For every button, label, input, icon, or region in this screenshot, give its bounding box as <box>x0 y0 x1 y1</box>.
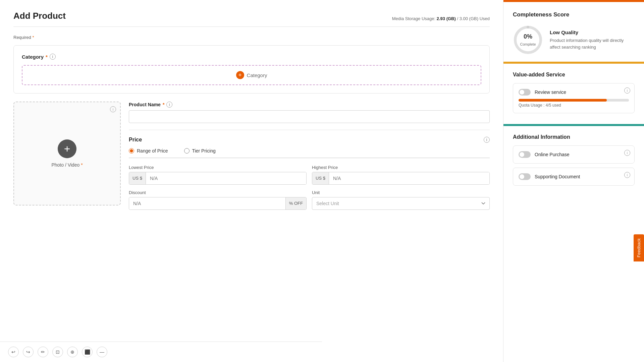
product-name-info-icon[interactable]: i <box>166 102 172 108</box>
range-price-input[interactable] <box>129 148 134 154</box>
online-purchase-toggle[interactable] <box>519 151 531 158</box>
product-detail-section: i + Photo / Video * Product Name * i <box>13 102 490 210</box>
lowest-price-input[interactable] <box>146 172 306 184</box>
lowest-currency: US $ <box>129 172 146 184</box>
storage-label: Media Storage Usage: <box>392 16 435 21</box>
category-section: Category * i + Category <box>13 45 490 94</box>
review-service-row: Review service <box>519 89 629 96</box>
highest-currency: US $ <box>312 172 329 184</box>
product-name-input[interactable] <box>129 110 490 123</box>
highest-price-group: Highest Price US $ <box>312 165 490 185</box>
online-purchase-row: Online Purchase <box>519 151 629 158</box>
price-type-radio-group: Range of Price Tier Pricing <box>129 148 490 158</box>
discount-input-group: % OFF <box>129 197 307 210</box>
category-label: Category * i <box>22 54 481 60</box>
completeness-section: Completeness Score 0% Complete Low Quali… <box>503 2 644 62</box>
copy-button[interactable]: ⊡ <box>52 347 63 357</box>
minus-button[interactable]: — <box>97 347 107 357</box>
edit-button[interactable]: ✏ <box>38 347 48 357</box>
category-info-icon[interactable]: i <box>50 54 56 60</box>
completeness-percent: 0% <box>520 33 536 41</box>
highest-price-label: Highest Price <box>312 165 490 170</box>
tier-price-input[interactable] <box>184 148 190 154</box>
grid-button[interactable]: ⬛ <box>82 347 93 357</box>
photo-info-icon[interactable]: i <box>110 106 116 112</box>
storage-separator: / <box>457 16 459 21</box>
quota-bar-container: Quota Usage : 4/5 used <box>519 99 629 108</box>
bottom-toolbar: ↩ ↪ ✏ ⊡ ⊕ ⬛ — <box>0 342 322 362</box>
price-title: Price i <box>129 137 490 143</box>
required-star: * <box>32 35 34 40</box>
online-purchase-name: Online Purchase <box>535 152 570 157</box>
additional-title: Additional Information <box>513 134 635 140</box>
right-form: Product Name * i Price i Range of Price <box>129 102 490 210</box>
feedback-button[interactable]: Feedback <box>634 234 644 261</box>
plus-circle-icon: + <box>236 71 244 79</box>
supporting-doc-name: Supporting Document <box>535 174 580 179</box>
supporting-doc-card: i Supporting Document <box>513 168 635 186</box>
completeness-title: Completeness Score <box>513 11 635 18</box>
price-inputs-row: Lowest Price US $ Highest Price US $ <box>129 165 490 185</box>
online-purchase-card: i Online Purchase <box>513 145 635 164</box>
required-label: Required * <box>13 35 490 40</box>
lowest-price-input-group: US $ <box>129 172 307 185</box>
vas-title: Value-added Service <box>513 72 635 78</box>
discount-label: Discount <box>129 190 307 195</box>
unit-group: Unit Select Unit <box>312 190 490 210</box>
discount-input[interactable] <box>129 197 285 209</box>
product-name-label: Product Name * i <box>129 102 490 108</box>
product-name-group: Product Name * i <box>129 102 490 123</box>
add-category-button[interactable]: + Category <box>22 65 481 85</box>
completeness-circle: 0% Complete <box>513 25 543 55</box>
discount-suffix: % OFF <box>285 197 306 209</box>
photo-upload-area[interactable]: i + Photo / Video * <box>13 102 121 205</box>
completeness-row: 0% Complete Low Quality Product informat… <box>513 25 635 55</box>
photo-upload-container: i + Photo / Video * <box>13 102 121 210</box>
discount-unit-row: Discount % OFF Unit Select Unit <box>129 190 490 210</box>
header-divider <box>13 26 490 27</box>
main-content: Add Product Media Storage Usage: 2.93 (G… <box>0 0 503 362</box>
storage-info: Media Storage Usage: 2.93 (GB) / 3.00 (G… <box>392 16 490 21</box>
review-service-toggle[interactable] <box>519 89 531 96</box>
supporting-doc-info-icon[interactable]: i <box>624 172 630 178</box>
storage-total: 3.00 (GB) Used <box>460 16 490 21</box>
online-purchase-info-icon[interactable]: i <box>624 150 630 156</box>
quota-bar-fill <box>519 99 607 102</box>
unit-label: Unit <box>312 190 490 195</box>
circle-center: 0% Complete <box>520 33 536 47</box>
upload-plus-icon: + <box>58 139 76 158</box>
zoom-button[interactable]: ⊕ <box>67 347 78 357</box>
sidebar: Completeness Score 0% Complete Low Quali… <box>503 0 644 362</box>
quota-bar-bg <box>519 99 629 102</box>
quality-desc: Product information quality will directl… <box>550 37 635 50</box>
supporting-doc-row: Supporting Document <box>519 173 629 180</box>
review-service-name: Review service <box>535 89 566 95</box>
undo-button[interactable]: ↩ <box>8 347 19 357</box>
price-section: Price i Range of Price Tier Pricing <box>129 130 490 210</box>
completeness-complete-label: Complete <box>520 42 536 46</box>
quota-text: Quota Usage : 4/5 used <box>519 103 629 108</box>
vas-section: Value-added Service i Review service Quo… <box>503 64 644 124</box>
tier-pricing-radio[interactable]: Tier Pricing <box>184 148 216 154</box>
lowest-price-label: Lowest Price <box>129 165 307 170</box>
additional-section: Additional Information i Online Purchase… <box>503 126 644 198</box>
quality-info: Low Quality Product information quality … <box>550 29 635 50</box>
range-of-price-radio[interactable]: Range of Price <box>129 148 168 154</box>
storage-used: 2.93 (GB) <box>437 16 456 21</box>
unit-select[interactable]: Select Unit <box>312 197 490 210</box>
highest-price-input-group: US $ <box>312 172 490 185</box>
review-service-card: i Review service Quota Usage : 4/5 used <box>513 83 635 113</box>
category-btn-label: Category <box>247 72 267 78</box>
quality-title: Low Quality <box>550 29 635 35</box>
highest-price-input[interactable] <box>329 172 489 184</box>
lowest-price-group: Lowest Price US $ <box>129 165 307 185</box>
supporting-doc-toggle[interactable] <box>519 173 531 180</box>
review-service-info-icon[interactable]: i <box>624 87 630 94</box>
photo-label: Photo / Video * <box>51 162 83 168</box>
redo-button[interactable]: ↪ <box>23 347 34 357</box>
discount-group: Discount % OFF <box>129 190 307 210</box>
price-info-icon[interactable]: i <box>484 137 490 143</box>
